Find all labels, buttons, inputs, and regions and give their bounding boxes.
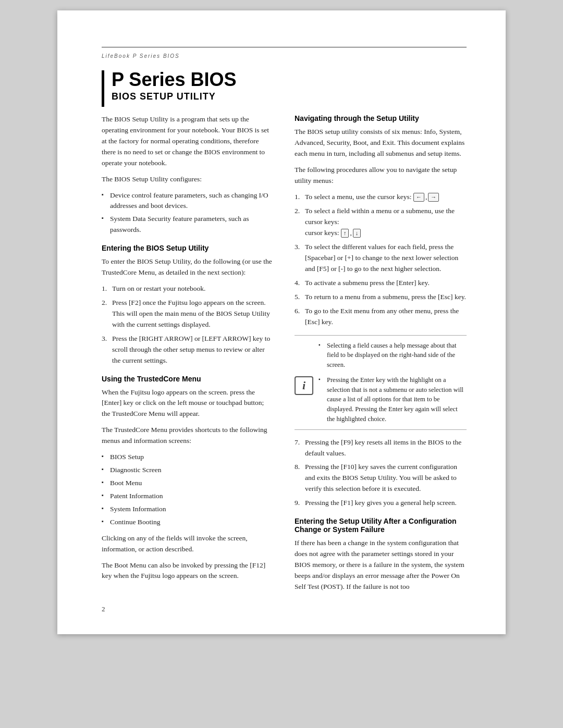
left-column: The BIOS Setup Utility is a program that… xyxy=(102,114,274,598)
trustedcore-p3: Clicking on any of the fields will invok… xyxy=(102,533,274,555)
header-label: LifeBook P Series BIOS xyxy=(102,53,180,59)
page-number: 2 xyxy=(102,605,105,613)
trustedcore-heading: Using the TrustedCore Menu xyxy=(102,375,274,383)
down-arrow-key: ↓ xyxy=(353,229,361,238)
nav-step-9: Pressing the [F1] key gives you a genera… xyxy=(295,498,467,509)
trustedcore-bullet-2: Diagnostic Screen xyxy=(102,465,274,476)
sub-title: BIOS SETUP UTILITY xyxy=(112,91,236,102)
left-arrow-key: ← xyxy=(413,193,424,202)
entering-bios-step-3: Press the [RIGHT ARROW] or [LEFT ARROW] … xyxy=(102,334,274,366)
info-note-2: Pressing the Enter key with the highligh… xyxy=(319,375,467,424)
cursor-keys-up-down: ↑, ↓ xyxy=(341,228,361,239)
info-notes-section: Selecting a field causes a help message … xyxy=(295,335,467,430)
navigating-p1: The BIOS setup utility consists of six m… xyxy=(295,127,467,159)
page-header: LifeBook P Series BIOS xyxy=(102,47,467,60)
entering-bios-heading: Entering the BIOS Setup Utility xyxy=(102,244,274,252)
trustedcore-bullet-1: BIOS Setup xyxy=(102,452,274,463)
main-title: P Series BIOS xyxy=(112,69,236,90)
cursor-keys-left-right: ←, → xyxy=(413,192,439,203)
nav-step-4: To activate a submenu press the [Enter] … xyxy=(295,278,467,289)
nav-step-5: To return to a menu from a submenu, pres… xyxy=(295,292,467,303)
navigating-heading: Navigating through the Setup Utility xyxy=(295,114,467,122)
entering-bios-p1: To enter the BIOS Setup Utility, do the … xyxy=(102,256,274,278)
trustedcore-bullet-6: Continue Booting xyxy=(102,517,274,528)
nav-step-8: Pressing the [F10] key saves the current… xyxy=(295,462,467,495)
nav-step-7: Pressing the [F9] key resets all items i… xyxy=(295,437,467,459)
trustedcore-p1: When the Fujitsu logo appears on the scr… xyxy=(102,387,274,420)
trustedcore-bullet-4: Patent Information xyxy=(102,491,274,502)
vertical-bar-decoration xyxy=(102,70,104,107)
title-section: P Series BIOS BIOS SETUP UTILITY xyxy=(102,69,467,107)
trustedcore-p4: The Boot Menu can also be invoked by pre… xyxy=(102,560,274,582)
trustedcore-bullet-3: Boot Menu xyxy=(102,478,274,489)
navigating-p2: The following procedures allow you to na… xyxy=(295,165,467,187)
info-i-icon: i xyxy=(295,376,313,395)
entering-bios-step-1: Turn on or restart your notebook. xyxy=(102,283,274,294)
intro-bullets: Device control feature parameters, such … xyxy=(102,190,274,236)
trustedcore-bullet-5: System Information xyxy=(102,504,274,515)
nav-step-3: To select the different values for each … xyxy=(295,242,467,275)
entering-setup-heading: Entering the Setup Utility After a Confi… xyxy=(295,517,467,534)
title-block: P Series BIOS BIOS SETUP UTILITY xyxy=(112,69,236,102)
intro-p1: The BIOS Setup Utility is a program that… xyxy=(102,114,274,169)
right-column: Navigating through the Setup Utility The… xyxy=(295,114,467,598)
two-column-layout: The BIOS Setup Utility is a program that… xyxy=(102,114,467,598)
info-note-1: Selecting a field causes a help message … xyxy=(319,341,467,370)
info-row-1: Selecting a field causes a help message … xyxy=(295,341,467,370)
page: LifeBook P Series BIOS P Series BIOS BIO… xyxy=(57,10,506,634)
trustedcore-p2: The TrustedCore Menu provides shortcuts … xyxy=(102,425,274,447)
right-arrow-key: → xyxy=(428,193,439,202)
up-arrow-key: ↑ xyxy=(341,229,349,238)
trustedcore-bullets: BIOS Setup Diagnostic Screen Boot Menu P… xyxy=(102,452,274,528)
intro-bullet-2: System Data Security feature parameters,… xyxy=(102,214,274,236)
intro-bullet-1: Device control feature parameters, such … xyxy=(102,190,274,212)
navigating-steps: To select a menu, use the cursor keys: ←… xyxy=(295,192,467,328)
entering-bios-steps: Turn on or restart your notebook. Press … xyxy=(102,283,274,366)
entering-setup-p1: If there has been a change in the system… xyxy=(295,538,467,593)
entering-bios-step-2: Press [F2] once the Fujitsu logo appears… xyxy=(102,298,274,330)
nav-step-6: To go to the Exit menu from any other me… xyxy=(295,306,467,328)
nav-step-1: To select a menu, use the cursor keys: ←… xyxy=(295,192,467,203)
intro-p2: The BIOS Setup Utility configures: xyxy=(102,174,274,185)
nav-step-2: To select a field within a menu or a sub… xyxy=(295,206,467,239)
info-row-2: i Pressing the Enter key with the highli… xyxy=(295,375,467,424)
navigating-steps-continued: Pressing the [F9] key resets all items i… xyxy=(295,437,467,509)
